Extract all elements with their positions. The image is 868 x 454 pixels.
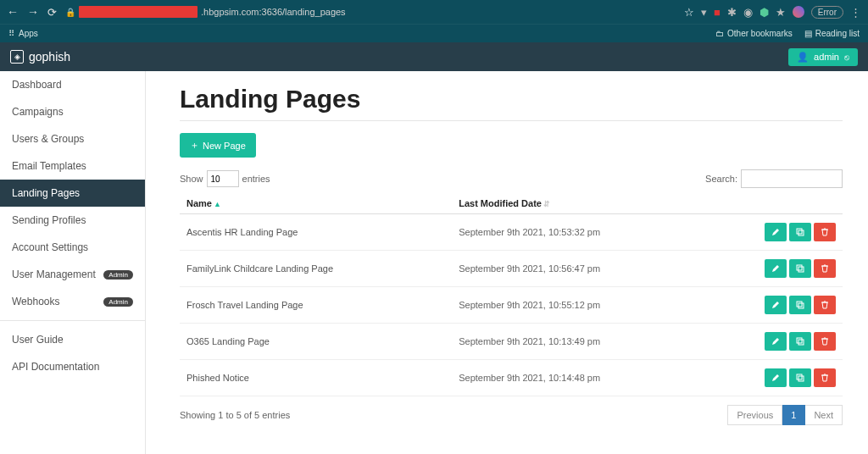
copy-button[interactable] <box>789 259 811 278</box>
copy-button[interactable] <box>789 223 811 241</box>
sidebar-item-label: User Management <box>12 269 96 280</box>
apps-shortcut[interactable]: ⠿ Apps <box>8 29 38 38</box>
admin-badge: Admin <box>103 270 133 280</box>
cell-actions <box>715 360 843 396</box>
favorite-icon[interactable]: ☆ <box>684 6 694 19</box>
pager-next[interactable]: Next <box>805 405 843 425</box>
bookmark-bar: ⠿ Apps 🗀Other bookmarks ▤Reading list <box>0 24 868 42</box>
cell-actions <box>715 251 843 287</box>
sidebar-item-sending-profiles[interactable]: Sending Profiles <box>0 207 145 234</box>
cell-actions <box>715 287 843 324</box>
copy-button[interactable] <box>789 368 811 387</box>
cell-name: Ascentis HR Landing Page <box>180 214 452 251</box>
cell-actions <box>715 214 843 251</box>
copy-button[interactable] <box>789 332 811 351</box>
url-redacted <box>79 6 198 18</box>
search-box: Search: <box>705 169 843 188</box>
lock-icon: 🔒 <box>65 8 75 17</box>
pager-page-1[interactable]: 1 <box>782 405 805 425</box>
brand-name: gophish <box>29 50 70 64</box>
cell-modified: September 9th 2021, 10:56:47 pm <box>452 251 715 287</box>
other-bookmarks[interactable]: 🗀Other bookmarks <box>715 29 793 38</box>
copy-button[interactable] <box>789 296 811 314</box>
cell-actions <box>715 324 843 360</box>
search-label: Search: <box>705 174 737 184</box>
folder-icon: 🗀 <box>715 29 724 38</box>
user-menu-button[interactable]: 👤 admin ⎋ <box>788 48 858 66</box>
edit-button[interactable] <box>765 296 787 314</box>
show-entries: Show entries <box>180 170 270 187</box>
cell-modified: September 9th 2021, 10:14:48 pm <box>452 360 715 396</box>
sidebar-item-label: Sending Profiles <box>12 214 86 226</box>
sidebar-item-email-templates[interactable]: Email Templates <box>0 152 145 180</box>
sidebar-item-user-guide[interactable]: User Guide <box>0 326 145 353</box>
edit-button[interactable] <box>765 332 787 351</box>
sidebar-item-users-groups[interactable]: Users & Groups <box>0 125 145 152</box>
ext2-icon[interactable]: ■ <box>714 6 721 19</box>
svg-rect-2 <box>797 265 802 270</box>
sidebar-item-label: Dashboard <box>12 79 62 91</box>
table-row: Phished NoticeSeptember 9th 2021, 10:14:… <box>180 360 843 396</box>
url-bar[interactable]: 🔒 .hbgpsim.com:3636/landing_pages <box>65 6 676 18</box>
entries-input[interactable] <box>207 170 239 187</box>
cell-modified: September 9th 2021, 10:53:32 pm <box>452 214 715 251</box>
ext4-icon[interactable]: ◉ <box>743 6 753 19</box>
sidebar-item-label: Email Templates <box>12 160 86 172</box>
reading-list[interactable]: ▤Reading list <box>804 29 860 38</box>
delete-button[interactable] <box>814 368 836 387</box>
sidebar-item-webhooks[interactable]: WebhooksAdmin <box>0 288 145 315</box>
sidebar-item-campaigns[interactable]: Campaigns <box>0 98 145 125</box>
kebab-icon[interactable]: ⋮ <box>850 6 861 19</box>
sidebar-item-dashboard[interactable]: Dashboard <box>0 71 145 98</box>
delete-button[interactable] <box>814 223 836 241</box>
browser-chrome: ← → ⟳ 🔒 .hbgpsim.com:3636/landing_pages … <box>0 0 868 24</box>
svg-rect-9 <box>798 376 804 381</box>
nav-forward-icon[interactable]: → <box>27 5 39 19</box>
sidebar-item-user-management[interactable]: User ManagementAdmin <box>0 261 145 288</box>
show-label: Show <box>180 174 203 184</box>
edit-button[interactable] <box>765 223 787 241</box>
cell-name: O365 Landing Page <box>180 324 452 360</box>
title-rule <box>180 120 843 121</box>
col-modified[interactable]: Last Modified Date⇵ <box>452 193 715 214</box>
entries-summary: Showing 1 to 5 of 5 entries <box>180 410 290 420</box>
sidebar-item-landing-pages[interactable]: Landing Pages <box>0 180 145 207</box>
sidebar-item-label: Campaigns <box>12 106 64 118</box>
reload-icon[interactable]: ⟳ <box>47 6 57 19</box>
page-title: Landing Pages <box>180 85 843 114</box>
ext1-icon[interactable]: ▾ <box>701 6 707 19</box>
sidebar-separator <box>0 320 145 321</box>
delete-button[interactable] <box>814 296 836 314</box>
profile-icon[interactable] <box>793 6 804 18</box>
brand-logo[interactable]: ◈ gophish <box>10 50 70 64</box>
sidebar-item-account-settings[interactable]: Account Settings <box>0 234 145 261</box>
cell-modified: September 9th 2021, 10:13:49 pm <box>452 324 715 360</box>
app-header: ◈ gophish 👤 admin ⎋ <box>0 42 868 71</box>
col-actions <box>715 193 843 214</box>
ext3-icon[interactable]: ✱ <box>727 6 737 19</box>
ext6-icon[interactable]: ★ <box>776 6 786 19</box>
error-button[interactable]: Error <box>811 6 843 19</box>
pager-previous[interactable]: Previous <box>727 405 782 425</box>
nav-back-icon[interactable]: ← <box>7 5 19 19</box>
edit-button[interactable] <box>765 368 787 387</box>
sidebar-item-label: Landing Pages <box>12 187 80 199</box>
ext5-icon[interactable]: ⬢ <box>760 6 769 19</box>
entries-label: entries <box>242 174 270 184</box>
edit-button[interactable] <box>765 259 787 278</box>
cell-modified: September 9th 2021, 10:55:12 pm <box>452 287 715 324</box>
svg-rect-3 <box>798 267 804 272</box>
table-row: Ascentis HR Landing PageSeptember 9th 20… <box>180 214 843 251</box>
search-input[interactable] <box>741 169 843 188</box>
svg-rect-7 <box>798 340 804 345</box>
table-row: O365 Landing PageSeptember 9th 2021, 10:… <box>180 324 843 360</box>
delete-button[interactable] <box>814 259 836 278</box>
new-page-button[interactable]: ＋ New Page <box>180 133 256 158</box>
new-page-label: New Page <box>203 141 246 151</box>
sort-asc-icon: ▲ <box>214 200 221 208</box>
sidebar-item-api-documentation[interactable]: API Documentation <box>0 353 145 380</box>
col-name[interactable]: Name▲ <box>180 193 452 214</box>
sort-both-icon: ⇵ <box>543 200 550 208</box>
user-icon: 👤 <box>797 52 809 63</box>
delete-button[interactable] <box>814 332 836 351</box>
